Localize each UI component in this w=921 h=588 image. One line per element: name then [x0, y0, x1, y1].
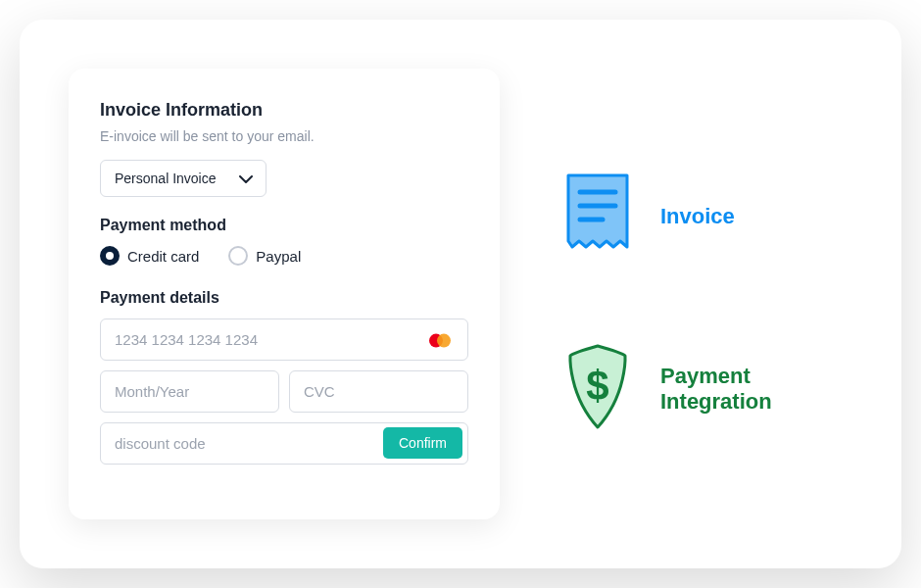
payment-method-title: Payment method — [100, 217, 468, 234]
expiry-cvc-row — [100, 370, 468, 422]
confirm-button[interactable]: Confirm — [383, 427, 462, 459]
payment-form-card: Invoice Information E-invoice will be se… — [69, 69, 500, 519]
invoice-info-title: Invoice Information — [100, 100, 468, 121]
cvc-input[interactable] — [289, 370, 468, 413]
discount-wrapper: Confirm — [100, 422, 468, 474]
radio-circle-icon — [228, 246, 248, 266]
card-number-input[interactable] — [100, 318, 468, 361]
payment-method-radio-group: Credit card Paypal — [100, 246, 468, 266]
shield-dollar-icon: $ — [558, 341, 637, 438]
radio-paypal[interactable]: Paypal — [228, 246, 301, 266]
invoice-type-value: Personal Invoice — [100, 160, 267, 197]
svg-text:$: $ — [586, 363, 608, 409]
svg-point-1 — [437, 333, 451, 347]
paypal-label: Paypal — [256, 248, 301, 265]
receipt-icon — [558, 171, 637, 263]
radio-credit-card[interactable]: Credit card — [100, 246, 199, 266]
invoice-info-subtitle: E-invoice will be sent to your email. — [100, 128, 468, 144]
credit-card-label: Credit card — [127, 248, 199, 265]
payment-feature-label: Payment Integration — [660, 364, 852, 415]
invoice-type-select[interactable]: Personal Invoice — [100, 160, 267, 197]
radio-circle-selected-icon — [100, 246, 120, 266]
invoice-feature-label: Invoice — [660, 204, 735, 229]
card-number-wrapper — [100, 318, 468, 370]
feature-payment-integration: $ Payment Integration — [558, 341, 852, 438]
feature-invoice: Invoice — [558, 171, 852, 263]
payment-details-title: Payment details — [100, 289, 468, 307]
mastercard-icon — [425, 330, 455, 354]
features-column: Invoice $ Payment Integration — [558, 69, 852, 519]
main-card: Invoice Information E-invoice will be se… — [20, 20, 901, 568]
expiry-input[interactable] — [100, 370, 279, 413]
